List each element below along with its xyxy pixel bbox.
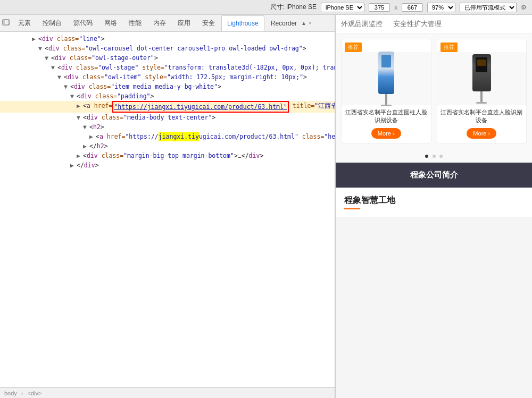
devtools-sidebar-icon[interactable] [2,19,10,28]
svg-rect-1 [3,20,5,25]
product-btn-2[interactable]: More › [467,128,496,139]
company-section: 程象公司简介 [336,163,532,188]
product-card-1: 推荐 江西省实名制平台直连圆柱人脸识别设备 [341,39,431,143]
mode-select[interactable]: 已停用节流模式 [460,3,517,12]
code-line-4: ▼ <div class="owl-stage" style="transfor… [0,63,335,72]
expand-arrow-2[interactable]: ▼ [38,44,45,53]
main-layout: 元素 控制台 源代码 网络 性能 内存 应用 安全 Lighthouse Rec… [0,15,532,398]
code-line-7: ▼ <div class="padding" > [0,91,335,101]
dot-2[interactable] [433,155,436,158]
device-base [381,105,392,106]
device-tall-img [378,52,394,94]
expand-arrow-7[interactable]: ▼ [70,91,77,101]
bottom-status: body › <div> [0,387,335,398]
carousel-dots [336,149,532,163]
products-grid: 推荐 江西省实名制平台直连圆柱人脸识别设备 [341,39,527,143]
link-red-outline: "https://jiangxi.tiyugicai.com/product/6… [112,101,288,113]
tab-security[interactable]: 安全 [197,15,220,31]
dot-1[interactable] [425,155,428,158]
tab-sources[interactable]: 源代码 [68,15,98,31]
product-title-2: 江西省实名制平台直连人脸识别设备 [437,105,527,126]
product-badge-2: 推荐 [440,43,458,52]
size-label: 尺寸: iPhone SE [270,3,317,12]
recorder-label: Recorder [271,20,297,27]
company-card: 程象智慧工地 [336,188,532,217]
expand-arrow-11[interactable]: ▶ [89,132,96,141]
code-line-5: ▼ <div class="owl-item" style="width: 17… [0,72,335,82]
tab-network[interactable]: 网络 [99,15,122,31]
code-line-3: ▼ <div class="owl-stage-outer" > [0,53,335,63]
code-line-11: ▶ <a href="https://jiangxi.tiyugicai.com… [0,132,335,141]
expand-arrow-4[interactable]: ▼ [51,63,57,72]
code-line-2: ▼ <div class="owl-carousel dot-center ca… [0,44,335,53]
expand-arrow-12[interactable]: ▶ [83,141,89,151]
tab-elements[interactable]: 元素 [13,15,36,31]
company-header-text: 程象公司简介 [410,170,458,179]
code-line-14: ▶ </div > [0,160,335,170]
product-title-1: 江西省实名制平台直连圆柱人脸识别设备 [342,105,431,126]
code-line-13: ▶ <div class="margin-big-top margin-bott… [0,151,335,160]
code-line-12: ▶ </h2 > [0,141,335,151]
expand-arrow-10[interactable]: ▼ [83,122,89,132]
product-img-2 [437,52,527,105]
devtools-panel: 元素 控制台 源代码 网络 性能 内存 应用 安全 Lighthouse Rec… [0,15,335,398]
device-short-img [472,54,491,91]
tab-lighthouse[interactable]: Lighthouse [221,15,264,31]
device-display [476,57,487,72]
product-card-2: 推荐 [437,39,527,143]
tab-application[interactable]: 应用 [172,15,196,31]
recorder-close[interactable]: × [309,20,312,26]
status-tag-body[interactable]: body [4,390,17,396]
status-tag-div[interactable]: <div> [28,390,42,396]
tab-recorder[interactable]: Recorder ▲ × [265,15,317,31]
expand-arrow-14[interactable]: ▶ [70,160,77,170]
height-input[interactable] [402,3,423,12]
company-underline [344,208,360,209]
zoom-select[interactable]: 97% [427,3,455,12]
code-line-1: ▶ <div class="line" > [0,34,335,44]
top-bar: 尺寸: iPhone SE iPhone SE x 97% 已停用节流模式 ⚙ [0,0,532,15]
product-badge-1: 推荐 [345,43,362,52]
expand-arrow-8[interactable]: ▶ [77,101,83,111]
preview-panel: 外观品测监控 安全性扩大管理 推荐 [335,15,532,398]
nav-item-2[interactable]: 安全性扩大管理 [393,15,442,33]
expand-arrow-13[interactable]: ▶ [77,151,83,160]
tab-console[interactable]: 控制台 [37,15,67,31]
device-base-2 [476,102,487,104]
product-img-1 [342,52,431,105]
code-line-8: ▶ <a href="https://jiangxi.tiyugicai.com… [0,101,335,113]
width-input[interactable] [369,3,390,12]
device-stand [385,94,387,105]
dimension-x: x [394,4,397,11]
company-name: 程象智慧工地 [344,195,523,206]
nav-item-1[interactable]: 外观品测监控 [341,15,383,33]
tab-memory[interactable]: 内存 [148,15,171,31]
device-stand-2 [480,91,483,102]
preview-nav: 外观品测监控 安全性扩大管理 [336,15,532,33]
code-line-9: ▼ <div class="media-body text-center" > [0,113,335,122]
dot-3[interactable] [439,155,443,158]
products-section: 推荐 江西省实名制平台直连圆柱人脸识别设备 [336,33,532,149]
settings-icon[interactable]: ⚙ [521,4,527,11]
expand-arrow[interactable]: ▶ [32,34,38,44]
device-face-area [477,60,486,66]
expand-arrow-9[interactable]: ▼ [77,113,83,122]
device-select[interactable]: iPhone SE [321,3,364,12]
code-line-10: ▼ <h2 > [0,122,335,132]
preview-content: 外观品测监控 安全性扩大管理 推荐 [336,15,532,217]
tab-performance[interactable]: 性能 [123,15,147,31]
tabs-bar: 元素 控制台 源代码 网络 性能 内存 应用 安全 Lighthouse Rec… [0,15,335,32]
product-btn-1[interactable]: More › [371,128,401,139]
expand-arrow-6[interactable]: ▼ [64,82,70,91]
expand-arrow-5[interactable]: ▼ [57,72,64,82]
device-screen [381,55,391,67]
recorder-icon: ▲ [301,20,306,26]
code-line-6: ▼ <div class="item media media-y bg-whit… [0,82,335,91]
expand-arrow-3[interactable]: ▼ [45,53,51,63]
code-area: ▶ <div class="line" > ▼ <div class="owl-… [0,32,335,387]
status-separator: › [21,390,23,396]
